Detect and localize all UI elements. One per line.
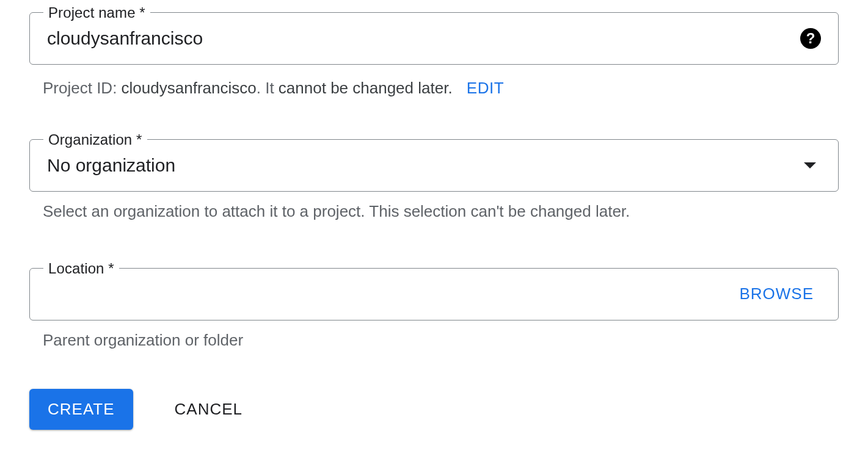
location-input[interactable] — [47, 279, 739, 310]
organization-value: No organization — [47, 155, 804, 176]
location-group: Location * BROWSE Parent organization or… — [29, 268, 839, 351]
action-buttons: CREATE CANCEL — [29, 389, 839, 430]
new-project-form: Project name * ? Project ID: cloudysanfr… — [29, 12, 839, 430]
help-icon[interactable]: ? — [800, 28, 821, 49]
location-helper: Parent organization or folder — [29, 320, 839, 351]
organization-select[interactable]: Organization * No organization — [29, 139, 839, 192]
project-id-prefix: Project ID: — [43, 79, 122, 97]
project-id-bold: cannot be changed later. — [279, 79, 453, 97]
organization-label: Organization * — [43, 131, 147, 148]
edit-project-id-link[interactable]: EDIT — [467, 79, 504, 97]
project-id-value: cloudysanfrancisco — [122, 79, 257, 97]
location-field[interactable]: Location * BROWSE — [29, 268, 839, 320]
browse-button[interactable]: BROWSE — [739, 284, 814, 303]
chevron-down-icon — [804, 162, 816, 168]
project-id-helper: Project ID: cloudysanfrancisco. It canno… — [29, 65, 839, 99]
project-id-mid: . It — [257, 79, 279, 97]
project-name-label: Project name * — [43, 4, 150, 21]
location-label: Location * — [43, 260, 119, 277]
project-name-group: Project name * ? Project ID: cloudysanfr… — [29, 12, 839, 99]
organization-helper: Select an organization to attach it to a… — [29, 192, 839, 222]
create-button[interactable]: CREATE — [29, 389, 133, 430]
project-name-input[interactable] — [47, 23, 800, 54]
organization-group: Organization * No organization Select an… — [29, 139, 839, 222]
project-name-field[interactable]: Project name * ? — [29, 12, 839, 65]
cancel-button[interactable]: CANCEL — [162, 389, 255, 430]
